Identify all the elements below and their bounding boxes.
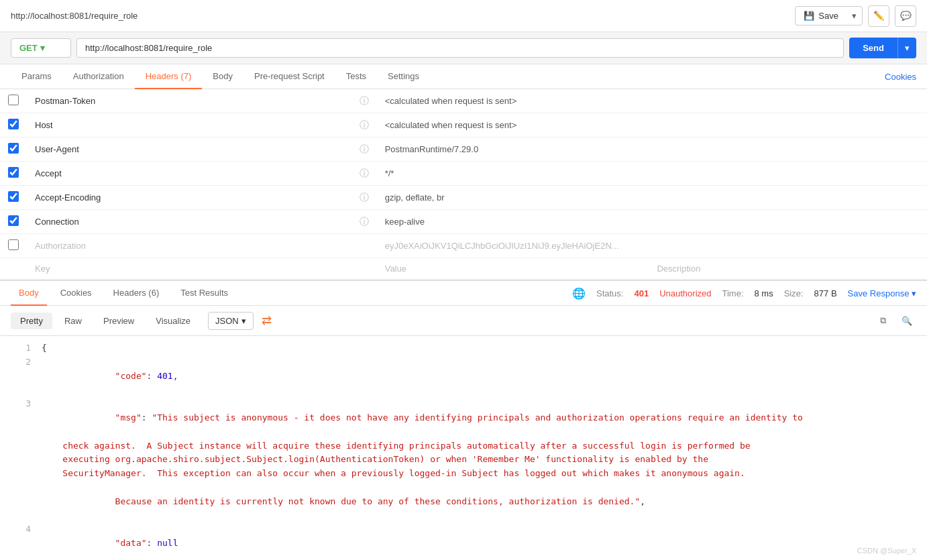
header-checkbox-2[interactable] (8, 143, 19, 154)
format-tabs: Pretty Raw Preview Visualize JSON ▾ ⇄ ⧉ … (0, 306, 927, 336)
response-section: Body Cookies Headers (6) Test Results 🌐 … (0, 280, 927, 560)
save-button-group[interactable]: 💾 Save ▾ (795, 6, 863, 25)
code-line-3: 3 "msg": "This subject is anonymous - it… (0, 397, 927, 439)
line-num-3c (11, 453, 31, 467)
code-content-3e: Because an identity is currently not kno… (42, 481, 916, 522)
response-tabs: Body Cookies Headers (6) Test Results 🌐 … (0, 280, 927, 306)
table-row: Accept ⓘ */* (0, 162, 927, 186)
header-key-3: Accept (35, 168, 62, 178)
header-checkbox-4[interactable] (8, 191, 19, 202)
top-bar: http://localhost:8081/require_role 💾 Sav… (0, 0, 927, 32)
code-line-3d: SecurityManager. This exception can also… (0, 467, 927, 481)
code-content-1: { (42, 341, 916, 355)
header-checkbox-6[interactable] (8, 239, 19, 250)
code-content-3: "msg": "This subject is anonymous - it d… (42, 397, 916, 439)
time-label: Time: (722, 288, 744, 298)
size-label: Size: (784, 288, 804, 298)
key-placeholder: Key (35, 264, 50, 274)
header-value-6: eyJ0eXAiOiJKV1QiLCJhbGciOiJIUzI1NiJ9.eyJ… (385, 241, 619, 251)
info-icon-4[interactable]: ⓘ (360, 192, 369, 203)
format-tab-raw[interactable]: Raw (55, 313, 91, 329)
json-format-dropdown-icon: ▾ (241, 316, 246, 326)
header-checkbox-0[interactable] (8, 95, 19, 105)
code-content-4: "data": null (42, 522, 916, 560)
comment-icon-button[interactable]: 💬 (895, 5, 916, 27)
code-area: 1 { 2 "code": 401, 3 "msg": "This subjec… (0, 336, 927, 560)
edit-icon-button[interactable]: ✏️ (868, 5, 889, 27)
tab-authorization[interactable]: Authorization (62, 64, 135, 89)
code-content-2: "code": 401, (42, 355, 916, 397)
code-content-3c: executing org.apache.shiro.subject.Subje… (42, 453, 916, 467)
header-key-6: Authorization (35, 241, 86, 251)
header-checkbox-1[interactable] (8, 119, 19, 129)
header-value-5: keep-alive (385, 217, 425, 227)
method-value: GET (19, 43, 38, 53)
json-format-select[interactable]: JSON ▾ (208, 312, 254, 330)
tab-settings[interactable]: Settings (377, 64, 430, 89)
info-icon-1[interactable]: ⓘ (360, 119, 369, 130)
send-button[interactable]: Send (849, 38, 897, 58)
code-line-2: 2 "code": 401, (0, 355, 927, 397)
line-num-3b (11, 439, 31, 453)
save-response-button[interactable]: Save Response ▾ (848, 288, 916, 298)
request-tabs: Params Authorization Headers (7) Body Pr… (0, 64, 927, 89)
header-value-4: gzip, deflate, br (385, 192, 445, 203)
copy-icon-button[interactable]: ⧉ (873, 311, 892, 330)
code-content-3d: SecurityManager. This exception can also… (42, 467, 916, 481)
save-icon: 💾 (804, 11, 814, 21)
save-button[interactable]: 💾 Save (796, 7, 847, 25)
code-line-3b: check against. A Subject instance will a… (0, 439, 927, 453)
tab-prerequest[interactable]: Pre-request Script (243, 64, 335, 89)
tab-params[interactable]: Params (11, 64, 62, 89)
info-icon-2[interactable]: ⓘ (360, 144, 369, 154)
response-tab-test-results[interactable]: Test Results (172, 281, 236, 306)
line-num-2: 2 (11, 355, 31, 397)
format-tab-preview[interactable]: Preview (94, 313, 144, 329)
header-key-1: Host (35, 120, 53, 130)
info-icon-0[interactable]: ⓘ (360, 95, 369, 106)
method-select[interactable]: GET ▾ (11, 38, 71, 58)
status-text: Unauthorized (659, 288, 711, 298)
table-row-footer: Key Value Description (0, 258, 927, 280)
format-actions: ⧉ 🔍 (873, 311, 916, 330)
json-format-label: JSON (215, 316, 239, 326)
tab-headers[interactable]: Headers (7) (135, 64, 203, 89)
code-line-4: 4 "data": null (0, 522, 927, 560)
table-row: Connection ⓘ keep-alive (0, 210, 927, 234)
format-tab-pretty[interactable]: Pretty (11, 313, 52, 329)
response-tab-cookies[interactable]: Cookies (52, 281, 100, 306)
table-row: User-Agent ⓘ PostmanRuntime/7.29.0 (0, 137, 927, 162)
status-code: 401 (634, 288, 649, 298)
value-placeholder: Value (385, 264, 406, 274)
line-num-1: 1 (11, 341, 31, 355)
cookies-link[interactable]: Cookies (885, 65, 916, 89)
line-num-4: 4 (11, 522, 31, 560)
info-icon-3[interactable]: ⓘ (360, 168, 369, 178)
save-dropdown-button[interactable]: ▾ (847, 7, 862, 25)
header-checkbox-5[interactable] (8, 215, 19, 226)
header-value-0: <calculated when request is sent> (385, 96, 517, 106)
headers-table: Postman-Token ⓘ <calculated when request… (0, 89, 927, 280)
header-key-5: Connection (35, 217, 79, 227)
header-value-3: */* (385, 168, 394, 178)
send-dropdown-button[interactable]: ▾ (897, 38, 916, 58)
response-tab-body[interactable]: Body (11, 281, 47, 306)
code-line-3c: executing org.apache.shiro.subject.Subje… (0, 453, 927, 467)
url-input[interactable] (76, 38, 844, 58)
line-num-3e (11, 481, 31, 522)
tab-tests[interactable]: Tests (335, 64, 377, 89)
format-tab-visualize[interactable]: Visualize (146, 313, 200, 329)
response-tab-headers[interactable]: Headers (6) (105, 281, 168, 306)
tab-body[interactable]: Body (202, 64, 243, 89)
line-num-3d (11, 467, 31, 481)
table-row: Postman-Token ⓘ <calculated when request… (0, 89, 927, 113)
globe-icon: 🌐 (572, 287, 586, 300)
url-bar: GET ▾ Send ▾ (0, 32, 927, 64)
code-line-3e: Because an identity is currently not kno… (0, 481, 927, 522)
info-icon-5[interactable]: ⓘ (360, 216, 369, 227)
send-button-group[interactable]: Send ▾ (849, 38, 916, 58)
status-label: Status: (596, 288, 623, 298)
search-icon-button[interactable]: 🔍 (897, 311, 916, 330)
header-checkbox-3[interactable] (8, 167, 19, 178)
wrap-icon[interactable]: ⇄ (262, 313, 272, 328)
